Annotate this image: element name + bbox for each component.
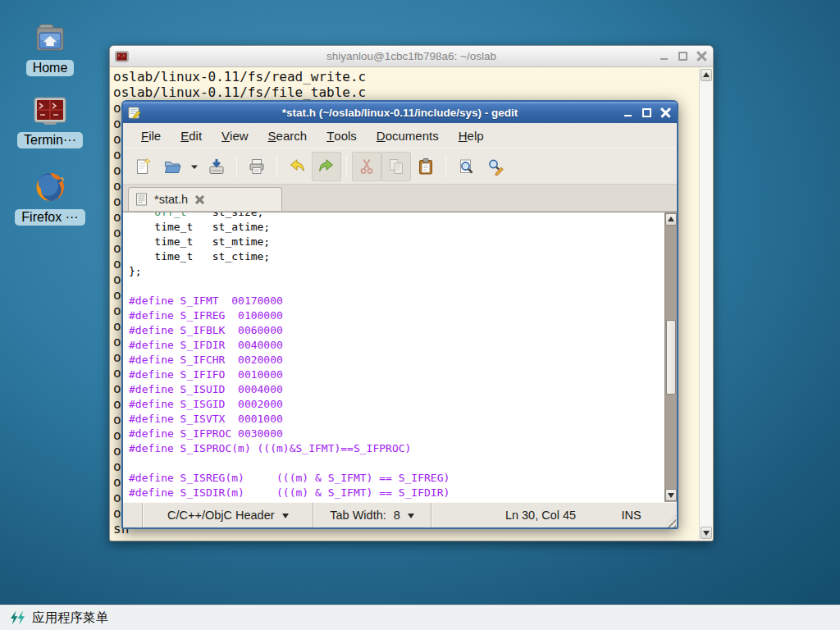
code-line: time_t st_mtime; [129,235,664,249]
firefox-icon [31,169,69,205]
menu-file[interactable]: File [131,123,171,148]
redo-icon [317,158,336,176]
undo-button[interactable] [282,152,312,181]
print-button[interactable] [242,152,272,181]
tab-stat-h[interactable]: *stat.h [128,187,282,211]
tab-width-label: Tab Width: [330,509,386,522]
copy-icon [387,158,405,176]
cursor-position: Ln 30, Col 45 [460,509,622,522]
terminal-scrollbar[interactable] [699,68,712,540]
tab-width-selector[interactable]: Tab Width: 8 [314,503,431,527]
gedit-statusbar: C/C++/ObjC Header Tab Width: 8 Ln 30, Co… [123,502,677,527]
editor-scrollbar[interactable] [664,212,677,502]
code-line: off_t st_size; [129,212,664,220]
terminal-maximize-button[interactable] [678,51,688,62]
desktop-icon-terminal[interactable]: Termin··· [11,94,89,148]
tab-close-icon[interactable] [194,194,205,205]
scroll-down-icon[interactable] [665,489,677,501]
gedit-minimize-button[interactable] [623,107,633,118]
resize-grip[interactable] [664,515,676,527]
gedit-titlebar[interactable]: *stat.h (~/oslab/linux-0.11/include/sys)… [123,102,677,123]
app-menu-button[interactable]: 应用程序菜单 [0,605,118,630]
toolbar-separator [346,156,347,177]
code-line: #define S_ISGID 0002000 [129,397,664,412]
toolbar-separator [276,156,277,177]
code-line: #define S_ISVTX 0001000 [129,412,664,427]
home-folder-icon [31,21,69,56]
open-icon [163,158,181,176]
terminal-minimize-button[interactable] [659,51,669,62]
code-line [129,279,664,294]
language-selector[interactable]: C/C++/ObjC Header [144,503,312,527]
find-button[interactable] [451,152,481,181]
language-selector-label: C/C++/ObjC Header [167,509,275,522]
code-line: #define S_IFCHR 0020000 [129,353,664,368]
print-icon [248,158,266,176]
code-line: #define S_IFDIR 0040000 [129,338,664,353]
cut-button[interactable] [352,152,381,181]
find-icon [457,158,475,176]
copy-button[interactable] [381,152,411,181]
save-icon [208,158,226,176]
code-line: #define S_ISDIR(m) (((m) & S_IFMT) == S_… [129,486,664,500]
menu-help[interactable]: Help [449,123,494,148]
terminal-icon [31,94,69,128]
menu-edit[interactable]: Edit [171,123,212,148]
desktop-icon-terminal-label: Termin··· [17,132,83,148]
desktop-icon-firefox[interactable]: Firefox ··· [11,169,89,226]
gedit-window-icon [127,106,141,120]
desktop-icon-home[interactable]: Home [11,21,89,76]
new-icon [134,158,152,176]
insert-mode-indicator: INS [621,509,641,522]
desktop-icon-home-label: Home [26,60,75,76]
undo-icon [288,158,306,176]
code-line: #define S_IFIFO 0010000 [129,368,664,382]
scroll-up-icon[interactable] [701,69,712,81]
cut-icon [358,158,376,176]
terminal-close-button[interactable] [696,51,707,62]
editor-text-area[interactable]: off_t st_size; time_t st_atime; time_t s… [123,212,664,502]
gedit-maximize-button[interactable] [641,107,652,118]
tab-width-value: 8 [394,509,400,522]
gedit-toolbar [123,148,677,185]
open-button[interactable] [158,152,187,181]
taskbar: 应用程序菜单 [0,605,840,630]
code-line: #define S_IFBLK 0060000 [129,323,664,338]
app-menu-label: 应用程序菜单 [32,609,108,627]
menu-tools[interactable]: Tools [317,123,367,148]
code-line: #define S_ISUID 0004000 [129,382,664,397]
gedit-close-button[interactable] [660,107,671,118]
new-button[interactable] [128,152,158,181]
terminal-window-title: shiyanlou@1cbc1fb798a6: ~/oslab [110,50,713,62]
code-line: #define S_ISREG(m) (((m) & S_IFMT) == S_… [129,471,664,486]
code-line: #define S_IFREG 0100000 [129,308,664,323]
terminal-titlebar[interactable]: shiyanlou@1cbc1fb798a6: ~/oslab [110,46,713,67]
code-line: time_t st_ctime; [129,249,664,264]
gedit-menubar: FileEditViewSearchToolsDocumentsHelp [123,123,677,148]
open-menu-button[interactable] [187,152,202,181]
code-line: #define S_ISPROC(m) (((m)&S_IFMT)==S_IFP… [129,441,664,456]
gedit-window: *stat.h (~/oslab/linux-0.11/include/sys)… [121,100,678,529]
code-line: #define S_IFMT 00170000 [129,294,664,308]
menu-documents[interactable]: Documents [367,123,449,148]
code-line [129,456,664,471]
toolbar-separator [445,156,446,177]
tab-title: *stat.h [154,193,188,206]
scrollbar-thumb[interactable] [666,320,676,395]
save-button[interactable] [202,152,231,181]
editor-region: off_t st_size; time_t st_atime; time_t s… [123,212,677,502]
redo-button[interactable] [312,152,341,181]
paste-button[interactable] [411,152,441,181]
code-line: }; [129,264,664,279]
statusbar-spacer [123,503,142,527]
gedit-tabbar: *stat.h [123,185,677,212]
menu-search[interactable]: Search [258,123,317,148]
replace-button[interactable] [481,152,510,181]
document-icon [135,193,148,206]
open-menu-icon [190,158,199,176]
code-line: time_t st_atime; [129,220,664,235]
menu-view[interactable]: View [212,123,258,148]
app-menu-icon [10,610,25,626]
scroll-up-icon[interactable] [665,213,677,226]
scroll-down-icon[interactable] [701,527,712,539]
